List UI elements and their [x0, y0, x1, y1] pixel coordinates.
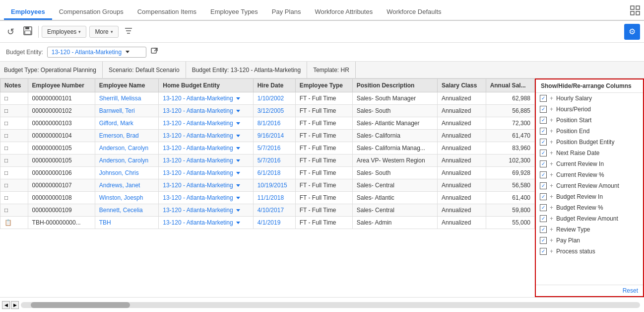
dropdown-arrow[interactable]: [236, 159, 240, 162]
side-panel-item-12[interactable]: ✓+Review Type: [536, 224, 643, 235]
side-panel-item-4[interactable]: ✓+Position Budget Entity: [536, 137, 643, 148]
dropdown-arrow[interactable]: [236, 147, 240, 150]
table-row[interactable]: □000000000101Sherrill, Melissa13-120 - A…: [0, 92, 535, 105]
table-cell: 69,928: [486, 167, 534, 179]
side-panel-item-10[interactable]: ✓+Budget Review %: [536, 202, 643, 213]
side-panel-checkbox[interactable]: ✓: [540, 139, 547, 146]
dropdown-arrow[interactable]: [236, 135, 240, 137]
table-wrapper[interactable]: NotesEmployee NumberEmployee NameHome Bu…: [0, 78, 535, 297]
side-panel-item-2[interactable]: ✓+Position Start: [536, 115, 643, 126]
table-row[interactable]: □000000000104Emerson, Brad13-120 - Atlan…: [0, 130, 535, 142]
side-panel-item-14[interactable]: ✓+Process status: [536, 246, 643, 257]
scroll-nav: ◀ ▶: [2, 301, 19, 309]
side-panel-checkbox[interactable]: ✓: [540, 193, 547, 200]
dropdown-arrow[interactable]: [236, 122, 240, 125]
nav-tab-compensation-items[interactable]: Compensation Items: [130, 0, 203, 20]
side-panel-item-label: Review Type: [556, 226, 590, 233]
side-panel-checkbox[interactable]: ✓: [540, 226, 547, 233]
side-panel-item-11[interactable]: ✓+Budget Review Amount: [536, 213, 643, 224]
more-dropdown-button[interactable]: More ▾: [89, 26, 118, 38]
table-header: Hire Date: [253, 79, 295, 92]
table-row[interactable]: □000000000102Barnwell, Teri13-120 - Atla…: [0, 105, 535, 117]
budget-entity-select[interactable]: 13-120 - Atlanta-Marketing: [47, 47, 146, 58]
table-row[interactable]: 📋TBH-000000000...TBH13-120 - Atlanta-Mar…: [0, 217, 535, 229]
budget-entity-external-icon[interactable]: [150, 47, 158, 57]
side-panel-checkbox[interactable]: ✓: [540, 150, 547, 156]
side-panel-checkbox[interactable]: ✓: [540, 182, 547, 189]
side-panel-checkbox[interactable]: ✓: [540, 171, 547, 178]
table-cell: 13-120 - Atlanta-Marketing: [159, 155, 253, 167]
dropdown-arrow[interactable]: [236, 184, 240, 187]
side-panel-reset[interactable]: Reset: [536, 285, 643, 296]
side-panel-item-label: Position End: [556, 128, 589, 135]
table-row[interactable]: □000000000105Anderson, Carolyn13-120 - A…: [0, 155, 535, 167]
horizontal-scrollbar[interactable]: [21, 302, 640, 308]
side-panel-item-7[interactable]: ✓+Current Review %: [536, 169, 643, 180]
table-cell: 83,960: [486, 142, 534, 155]
nav-tab-workforce-defaults[interactable]: Workforce Defaults: [380, 0, 448, 20]
side-panel-item-0[interactable]: ✓+Hourly Salary: [536, 93, 643, 104]
save-button[interactable]: [20, 25, 35, 38]
table-row[interactable]: □000000000108Winston, Joesph13-120 - Atl…: [0, 192, 535, 204]
table-cell: 📋: [0, 217, 28, 229]
side-panel-item-5[interactable]: ✓+Next Raise Date: [536, 148, 643, 158]
side-panel-item-label: Budget Review %: [556, 204, 603, 211]
side-panel-item-1[interactable]: ✓+Hours/Period: [536, 104, 643, 115]
table-row[interactable]: □000000000106Johnson, Chris13-120 - Atla…: [0, 167, 535, 179]
nav-tab-employee-types[interactable]: Employee Types: [203, 0, 265, 20]
table-cell: 13-120 - Atlanta-Marketing: [159, 167, 253, 179]
side-panel-checkbox[interactable]: ✓: [540, 160, 547, 167]
dropdown-arrow[interactable]: [236, 110, 240, 112]
scroll-left-btn[interactable]: ◀: [2, 301, 10, 309]
side-panel-checkbox[interactable]: ✓: [540, 237, 547, 244]
side-panel-checkbox[interactable]: ✓: [540, 117, 547, 124]
table-row[interactable]: □000000000107Andrews, Janet13-120 - Atla…: [0, 179, 535, 192]
filter-item-3: Template: HR: [307, 62, 356, 78]
budget-entity-bar: Budget Entity: 13-120 - Atlanta-Marketin…: [0, 43, 644, 62]
side-panel-scroll-area[interactable]: ✓+Hourly Salary✓+Hours/Period✓+Position …: [536, 93, 643, 285]
svg-line-11: [154, 48, 157, 51]
nav-tab-compensation-groups[interactable]: Compensation Groups: [52, 0, 130, 20]
side-panel-checkbox[interactable]: ✓: [540, 204, 547, 211]
side-panel-item-label: Process status: [556, 248, 595, 255]
dropdown-arrow[interactable]: [236, 209, 240, 212]
dropdown-arrow[interactable]: [236, 222, 240, 224]
side-panel-item-8[interactable]: ✓+Current Review Amount: [536, 180, 643, 191]
table-cell: Annualized: [438, 130, 486, 142]
table-cell: Johnson, Chris: [95, 167, 159, 179]
table-row[interactable]: □000000000109Bennett, Cecelia13-120 - At…: [0, 204, 535, 217]
nav-tab-employees[interactable]: Employees: [4, 0, 52, 20]
side-panel-checkbox[interactable]: ✓: [540, 128, 547, 135]
side-panel-checkbox[interactable]: ✓: [540, 95, 547, 102]
scroll-right-btn[interactable]: ▶: [11, 301, 19, 309]
table-row[interactable]: □000000000105Anderson, Carolyn13-120 - A…: [0, 142, 535, 155]
dropdown-arrow[interactable]: [236, 197, 240, 199]
drag-handle-icon: +: [550, 226, 553, 233]
employees-dropdown-button[interactable]: Employees ▾: [42, 26, 86, 38]
table-cell: 000000000103: [28, 117, 95, 130]
side-panel-item-9[interactable]: ✓+Budget Review In: [536, 191, 643, 202]
dropdown-arrow[interactable]: [236, 97, 240, 100]
table-cell: FT - Full Time: [295, 155, 352, 167]
side-panel-checkbox[interactable]: ✓: [540, 106, 547, 113]
table-cell: 3/12/2005: [253, 105, 295, 117]
side-panel-item-3[interactable]: ✓+Position End: [536, 126, 643, 137]
drag-handle-icon: +: [550, 215, 553, 222]
side-panel-item-13[interactable]: ✓+Pay Plan: [536, 235, 643, 246]
side-panel-checkbox[interactable]: ✓: [540, 248, 547, 255]
side-panel-item-6[interactable]: ✓+Current Review In: [536, 158, 643, 169]
grid-icon-container[interactable]: [630, 5, 640, 20]
nav-tab-workforce-attributes[interactable]: Workforce Attributes: [308, 0, 380, 20]
drag-handle-icon: +: [550, 237, 553, 244]
side-panel-item-label: Budget Review In: [556, 193, 603, 200]
gear-button[interactable]: ⚙: [624, 24, 640, 40]
side-panel-checkbox[interactable]: ✓: [540, 215, 547, 222]
refresh-button[interactable]: ↺: [4, 25, 17, 38]
dropdown-arrow[interactable]: [236, 172, 240, 174]
filter-button[interactable]: [122, 26, 135, 37]
nav-tab-pay-plans[interactable]: Pay Plans: [265, 0, 308, 20]
employees-label: Employees: [47, 28, 76, 35]
drag-handle-icon: +: [550, 193, 553, 200]
table-cell: 61,470: [486, 130, 534, 142]
table-row[interactable]: □000000000103Gifford, Mark13-120 - Atlan…: [0, 117, 535, 130]
